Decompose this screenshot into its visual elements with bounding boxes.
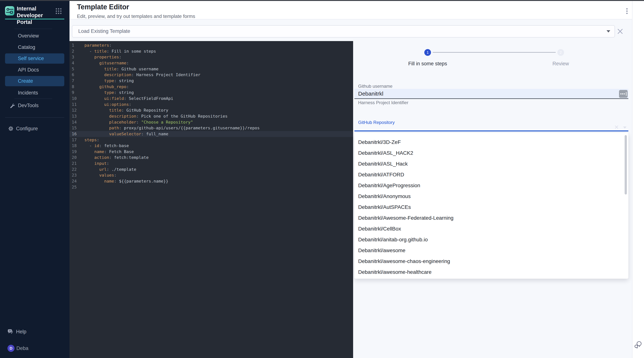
- code-text: input:: [84, 161, 109, 166]
- code-text: action: fetch:template: [84, 155, 148, 160]
- code-line[interactable]: 15 path: proxy/github-api/users/{{parame…: [70, 125, 353, 131]
- code-line[interactable]: 7 type: string: [70, 78, 353, 84]
- dropdown-caret-icon[interactable]: [623, 126, 626, 129]
- code-text: placeholder: "Choose a Repository": [84, 120, 193, 124]
- code-text: name: Fetch Base: [84, 149, 134, 154]
- line-number: 15: [70, 125, 84, 131]
- code-text: github_repo:: [84, 84, 129, 89]
- code-line[interactable]: 5 title: Github username: [70, 66, 353, 72]
- repo-option[interactable]: Debanitrkl/awesome-chaos-engineering: [354, 256, 628, 267]
- sidebar-user[interactable]: D Deba: [0, 343, 70, 353]
- code-text: ui:field: SelectFieldFromApi: [84, 96, 173, 101]
- code-line[interactable]: 22 url: ./template: [70, 166, 353, 172]
- line-number: 24: [70, 178, 84, 184]
- repo-option[interactable]: Debanitrkl/ASL_Hack: [354, 158, 628, 169]
- repo-option[interactable]: Debanitrkl/anitab-org.github.io: [354, 234, 628, 245]
- help-chat-icon: ?: [8, 329, 14, 335]
- repo-option[interactable]: Debanitrkl/ATFORD: [354, 169, 628, 180]
- code-line[interactable]: 3 properties:: [70, 54, 353, 60]
- line-number: 21: [70, 160, 84, 166]
- configure-label: Configure: [16, 124, 38, 134]
- sidebar-item-api-docs[interactable]: API Docs: [5, 65, 64, 75]
- github-username-input[interactable]: [354, 89, 628, 99]
- repo-option[interactable]: Debanitrkl/Anonymous: [354, 191, 628, 202]
- repo-option[interactable]: Debanitrkl/AutSPACEs: [354, 202, 628, 213]
- repo-option[interactable]: Debanitrkl/Awesome-Federated-Learning: [354, 213, 628, 223]
- code-line[interactable]: 23 values:: [70, 172, 353, 178]
- code-text: values:: [84, 173, 116, 177]
- code-line[interactable]: 17steps:: [70, 137, 353, 143]
- code-line[interactable]: 12 title: GitHub Repository: [70, 107, 353, 113]
- repo-option[interactable]: Debanitrkl/ASL_HACK2: [354, 148, 628, 158]
- code-line[interactable]: 1parameters:: [70, 42, 353, 48]
- chat-feedback-icon[interactable]: [634, 340, 642, 349]
- code-text: url: ./template: [84, 167, 136, 172]
- app-logo-icon[interactable]: [5, 6, 14, 16]
- code-line[interactable]: 24 name: ${{parameters.name}}: [70, 178, 353, 184]
- code-line[interactable]: 9 type: string: [70, 90, 353, 96]
- code-line[interactable]: 11 ui:options:: [70, 102, 353, 107]
- app-title: Internal Developer Portal: [17, 5, 59, 25]
- repo-option[interactable]: Debanitrkl/3D-ZeF: [354, 137, 628, 148]
- more-options-icon[interactable]: [626, 8, 628, 14]
- line-number: 20: [70, 154, 84, 160]
- line-number: 25: [70, 184, 84, 190]
- code-line[interactable]: 14 placeholder: "Choose a Repository": [70, 119, 353, 125]
- focused-field-underline: [354, 130, 628, 131]
- code-line[interactable]: 19 name: Fetch Base: [70, 149, 353, 155]
- code-text: description: Pick one of the GitHub Repo…: [84, 114, 228, 118]
- svg-text:?: ?: [9, 330, 10, 332]
- code-line[interactable]: 16 valueSelector: full_name: [70, 131, 353, 137]
- code-line[interactable]: 18 - id: fetch-base: [70, 143, 353, 149]
- code-text: title: GitHub Repository: [84, 108, 168, 113]
- code-line[interactable]: 2 - title: Fill in some steps: [70, 48, 353, 54]
- dropdown-caret-icon[interactable]: [606, 30, 610, 33]
- line-number: 6: [70, 72, 84, 78]
- code-line[interactable]: 4 gitusername:: [70, 60, 353, 66]
- yaml-code-editor[interactable]: 1parameters:2 - title: Fill in some step…: [70, 41, 353, 358]
- code-text: ui:options:: [84, 102, 131, 107]
- code-line[interactable]: 21 input:: [70, 160, 353, 166]
- load-existing-template-placeholder: Load Existing Template: [78, 25, 130, 38]
- stepper-step-2[interactable]: 2: [557, 49, 564, 56]
- code-line[interactable]: 25: [70, 184, 353, 190]
- sidebar-item-configure[interactable]: Configure: [0, 124, 70, 134]
- line-number: 9: [70, 90, 84, 96]
- autofill-icon[interactable]: [619, 90, 628, 98]
- repo-option[interactable]: Debanitrkl/AgeProgression: [354, 180, 628, 191]
- code-text: gitusername:: [84, 61, 129, 65]
- line-number: 12: [70, 107, 84, 113]
- code-line[interactable]: 8 github_repo:: [70, 84, 353, 90]
- sidebar-item-incidents[interactable]: Incidents: [5, 88, 64, 98]
- sidebar-item-self-service[interactable]: Self service: [5, 53, 64, 64]
- load-existing-template-select[interactable]: [72, 25, 615, 38]
- code-line[interactable]: 6 description: Harness Project Identifie…: [70, 72, 353, 78]
- line-number: 22: [70, 166, 84, 172]
- repo-option[interactable]: Debanitrkl/awesome: [354, 245, 628, 256]
- window-top-edge: [0, 0, 644, 1]
- clear-selection-icon[interactable]: ✕: [614, 124, 619, 130]
- code-line[interactable]: 10 ui:field: SelectFieldFromApi: [70, 96, 353, 102]
- dropdown-scrollbar-thumb[interactable]: [624, 135, 627, 195]
- repo-option[interactable]: Debanitrkl/CellBox: [354, 223, 628, 234]
- line-number: 8: [70, 84, 84, 90]
- sidebar-item-catalog[interactable]: Catalog: [5, 42, 64, 52]
- app-switcher-icon[interactable]: [56, 8, 62, 14]
- sidebar-item-devtools[interactable]: DevTools: [0, 100, 70, 110]
- code-line[interactable]: 20 action: fetch:template: [70, 154, 353, 160]
- sidebar-item-create[interactable]: Create: [5, 76, 64, 86]
- line-number: 16: [70, 131, 84, 137]
- stepper-step-1[interactable]: 1: [424, 49, 431, 56]
- sidebar-item-help[interactable]: ? Help: [0, 327, 70, 337]
- code-line[interactable]: 13 description: Pick one of the GitHub R…: [70, 113, 353, 119]
- repo-option[interactable]: Debanitrkl/awesome-healthcare: [354, 267, 628, 278]
- code-text: name: ${{parameters.name}}: [84, 179, 168, 184]
- gear-icon: [8, 126, 14, 131]
- close-icon[interactable]: [617, 28, 623, 34]
- code-text: title: Github username: [84, 67, 158, 71]
- sidebar-divider: [14, 29, 52, 29]
- sidebar-divider: [5, 117, 64, 118]
- wrench-icon: [10, 103, 15, 108]
- line-number: 19: [70, 149, 84, 155]
- sidebar-item-overview[interactable]: Overview: [5, 31, 64, 41]
